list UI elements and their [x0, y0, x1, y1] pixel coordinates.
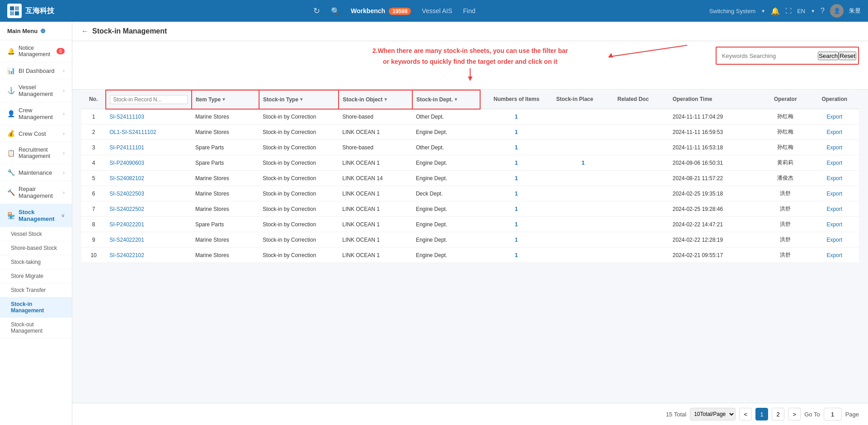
- export-link[interactable]: Export: [826, 114, 842, 120]
- username[interactable]: 朱昱: [849, 7, 861, 15]
- sidebar-sub-stockout-management[interactable]: Stock-out Management: [0, 318, 72, 338]
- record-filter-input[interactable]: [110, 95, 188, 104]
- chevron-right-icon: ›: [63, 68, 65, 73]
- sidebar-sub-vessel-stock[interactable]: Vessel Stock: [0, 227, 72, 241]
- cell-operation[interactable]: Export: [810, 140, 859, 155]
- cell-time: 2024-02-22 14:47:21: [669, 217, 761, 232]
- export-link[interactable]: Export: [826, 206, 842, 212]
- next-page-button[interactable]: >: [788, 408, 801, 420]
- page-2-button[interactable]: 2: [772, 408, 784, 420]
- cell-operation[interactable]: Export: [810, 217, 859, 232]
- fullscreen-icon[interactable]: ⛶: [785, 7, 792, 14]
- item-type-dropdown-icon: ▼: [222, 97, 226, 102]
- cell-item-type: Spare Parts: [192, 217, 259, 232]
- cell-operation[interactable]: Export: [810, 155, 859, 171]
- export-link[interactable]: Export: [826, 191, 842, 197]
- sidebar-sub-stock-transfer[interactable]: Stock Transfer: [0, 283, 72, 297]
- cell-operation[interactable]: Export: [810, 109, 859, 124]
- table-row[interactable]: 8 SI-P24022201 Spare Parts Stock-in by C…: [81, 217, 859, 232]
- cell-operator: 洪舒: [761, 201, 810, 217]
- export-link[interactable]: Export: [826, 237, 842, 243]
- nav-item-refresh[interactable]: ↻: [313, 6, 320, 16]
- export-link[interactable]: Export: [826, 221, 842, 228]
- cell-operation[interactable]: Export: [810, 171, 859, 186]
- cell-numbers: 1: [480, 248, 552, 263]
- table-row[interactable]: 4 SI-P24090603 Spare Parts Stock-in by C…: [81, 155, 859, 171]
- table-row[interactable]: 9 SI-S24022201 Marine Stores Stock-in by…: [81, 232, 859, 248]
- export-link[interactable]: Export: [826, 252, 842, 258]
- sidebar-sub-stockin-management[interactable]: Stock-inManagement: [0, 297, 72, 318]
- nav-workbench[interactable]: Workbench 19598: [351, 7, 411, 14]
- cell-place: 1: [552, 155, 614, 171]
- sidebar-item-stock-management[interactable]: 🏪 Stock Management ∨: [0, 204, 72, 227]
- chart-icon: 📊: [7, 67, 15, 74]
- cell-object: LINK OCEAN 1: [339, 217, 412, 232]
- export-link[interactable]: Export: [826, 144, 842, 151]
- export-link[interactable]: Export: [826, 129, 842, 135]
- th-stockin-type[interactable]: Stock-in Type ▼: [259, 90, 339, 109]
- stockout-label: Stock-out Management: [11, 321, 42, 334]
- notification-icon[interactable]: 🔔: [771, 7, 780, 15]
- th-stockin-object[interactable]: Stock-in Object ▼: [339, 90, 412, 109]
- th-stockin-dept[interactable]: Stock-in Dept. ▼: [412, 90, 480, 109]
- goto-input[interactable]: [824, 408, 842, 420]
- sidebar-item-notice-management[interactable]: 🔔 NoticeManagement 6: [0, 40, 72, 62]
- cell-numbers: 1: [480, 124, 552, 140]
- keywords-search-input[interactable]: [718, 49, 818, 62]
- cell-doc: [614, 140, 669, 155]
- export-link[interactable]: Export: [826, 175, 842, 181]
- cell-dept: Other Dept.: [412, 109, 480, 124]
- sidebar-item-vessel-management[interactable]: ⚓ Vessel Management ›: [0, 79, 72, 102]
- cell-dept: Engine Dept.: [412, 171, 480, 186]
- per-page-select[interactable]: 10Total/Page 20Total/Page 50Total/Page: [690, 408, 736, 420]
- sidebar-sub-stock-taking[interactable]: Stock-taking: [0, 255, 72, 269]
- page-header: ← Stock-in Management: [72, 22, 868, 41]
- help-icon[interactable]: ?: [821, 7, 825, 15]
- nav-vessel-ais[interactable]: Vessel AIS: [422, 7, 452, 14]
- chevron-right-icon-crew: ›: [63, 111, 65, 116]
- table-row[interactable]: 10 SI-S24022102 Marine Stores Stock-in b…: [81, 248, 859, 263]
- nav-item-search[interactable]: 🔍: [331, 7, 340, 15]
- user-avatar[interactable]: 👤: [830, 4, 844, 18]
- export-link[interactable]: Export: [826, 160, 842, 166]
- reset-button[interactable]: Reset: [839, 52, 856, 60]
- sidebar-item-repair[interactable]: 🔨 Repair Management ›: [0, 181, 72, 204]
- language-selector[interactable]: EN: [797, 8, 805, 14]
- sidebar-item-crew-cost[interactable]: 💰 Crew Cost ›: [0, 125, 72, 142]
- cell-operation[interactable]: Export: [810, 248, 859, 263]
- th-item-type[interactable]: Item Type ▼: [192, 90, 259, 109]
- table-row[interactable]: 6 SI-S24022503 Marine Stores Stock-in by…: [81, 186, 859, 201]
- cell-dept: Engine Dept.: [412, 201, 480, 217]
- table-row[interactable]: 7 SI-S24022502 Marine Stores Stock-in by…: [81, 201, 859, 217]
- table-row[interactable]: 3 SI-P24111101 Spare Parts Stock-in by C…: [81, 140, 859, 155]
- cell-place: [552, 140, 614, 155]
- cell-stockin-type: Stock-in by Correction: [259, 155, 339, 171]
- back-button[interactable]: ←: [81, 27, 89, 35]
- cell-no: 4: [81, 155, 106, 171]
- sidebar-sub-shore-stock[interactable]: Shore-based Stock: [0, 241, 72, 255]
- nav-find[interactable]: Find: [463, 7, 475, 14]
- sidebar-item-maintenance[interactable]: 🔧 Maintenance ›: [0, 164, 72, 181]
- cell-operation[interactable]: Export: [810, 201, 859, 217]
- cell-operator: 孙红梅: [761, 124, 810, 140]
- cell-operation[interactable]: Export: [810, 124, 859, 140]
- table-row[interactable]: 1 SI-S24111103 Marine Stores Stock-in by…: [81, 109, 859, 124]
- table-row[interactable]: 2 OL1-SI-S24111102 Marine Stores Stock-i…: [81, 124, 859, 140]
- prev-page-button[interactable]: <: [739, 408, 752, 420]
- cell-object: Shore-based: [339, 140, 412, 155]
- sidebar-item-recruitment[interactable]: 📋 RecruitmentManagement ›: [0, 142, 72, 164]
- table-row[interactable]: 5 SI-S24082102 Marine Stores Stock-in by…: [81, 171, 859, 186]
- sidebar-item-crew-management[interactable]: 👤 Crew Management ›: [0, 102, 72, 125]
- cell-numbers: 1: [480, 109, 552, 124]
- switching-system[interactable]: Switching System: [709, 8, 756, 14]
- svg-marker-5: [468, 76, 472, 81]
- page-title: Stock-in Management: [92, 27, 167, 35]
- sidebar-sub-store-migrate[interactable]: Store Migrate: [0, 269, 72, 283]
- sidebar-item-bi-dashboard[interactable]: 📊 BI Dashboard ›: [0, 62, 72, 79]
- page-1-button[interactable]: 1: [755, 408, 768, 420]
- search-button[interactable]: Search: [818, 52, 839, 60]
- cell-operation[interactable]: Export: [810, 232, 859, 248]
- cell-item-type: Marine Stores: [192, 201, 259, 217]
- cell-operation[interactable]: Export: [810, 186, 859, 201]
- add-menu-icon[interactable]: ⊕: [40, 27, 46, 34]
